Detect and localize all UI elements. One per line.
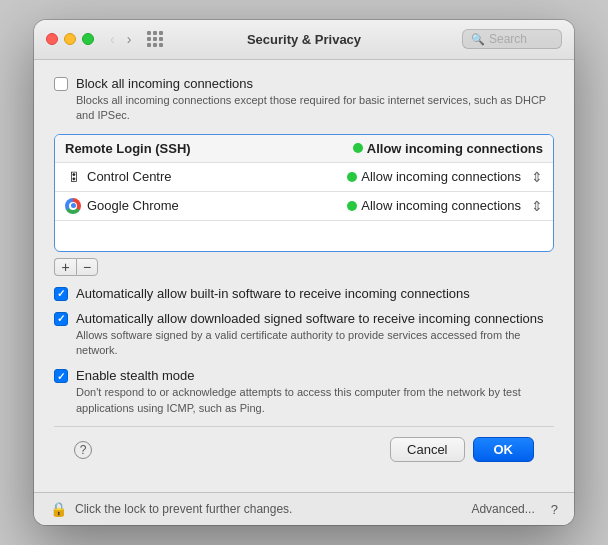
block-all-row: Block all incoming connections Blocks al… (54, 76, 554, 124)
block-all-label: Block all incoming connections (76, 76, 554, 91)
grid-dot (153, 37, 157, 41)
auto-builtin-text: Automatically allow built-in software to… (76, 286, 470, 301)
ssh-status: Allow incoming connections (353, 141, 543, 156)
block-all-sublabel: Blocks all incoming connections except t… (76, 93, 554, 124)
main-content: Block all incoming connections Blocks al… (34, 60, 574, 492)
advanced-button[interactable]: Advanced... (471, 502, 534, 516)
ssh-app-name: Remote Login (SSH) (65, 141, 353, 156)
window-footer: 🔒 Click the lock to prevent further chan… (34, 492, 574, 525)
control-centre-icon: 🎛 (65, 169, 81, 185)
minimize-button[interactable] (64, 33, 76, 45)
lock-icon[interactable]: 🔒 (50, 501, 67, 517)
back-arrow[interactable]: ‹ (106, 29, 119, 49)
dialog-footer: ? Cancel OK (54, 426, 554, 476)
auto-builtin-row: Automatically allow built-in software to… (54, 286, 554, 301)
cc-app-name: 🎛 Control Centre (65, 169, 347, 185)
traffic-lights (46, 33, 94, 45)
cc-stepper[interactable]: ⇕ (531, 169, 543, 185)
security-privacy-window: ‹ › Security & Privacy 🔍 Search Block al… (34, 20, 574, 525)
grid-dot (147, 31, 151, 35)
stealth-text: Enable stealth mode Don't respond to or … (76, 368, 554, 416)
auto-builtin-label: Automatically allow built-in software to… (76, 286, 470, 301)
grid-dot (147, 37, 151, 41)
grid-dot (147, 43, 151, 47)
lock-text: Click the lock to prevent further change… (75, 502, 463, 516)
window-title: Security & Privacy (247, 32, 361, 47)
firewall-row-cc[interactable]: 🎛 Control Centre Allow incoming connecti… (55, 163, 553, 192)
auto-signed-text: Automatically allow downloaded signed so… (76, 311, 554, 359)
auto-signed-row: Automatically allow downloaded signed so… (54, 311, 554, 359)
stealth-label: Enable stealth mode (76, 368, 554, 383)
block-all-checkbox[interactable] (54, 77, 68, 91)
cc-status-dot (347, 172, 357, 182)
search-icon: 🔍 (471, 33, 485, 46)
cc-status: Allow incoming connections ⇕ (347, 169, 543, 185)
forward-arrow[interactable]: › (123, 29, 136, 49)
table-controls: + − (54, 258, 554, 276)
stealth-sublabel: Don't respond to or acknowledge attempts… (76, 385, 554, 416)
firewall-row-chrome[interactable]: Google Chrome Allow incoming connections… (55, 192, 553, 221)
grid-dot (159, 31, 163, 35)
auto-signed-sublabel: Allows software signed by a valid certif… (76, 328, 554, 359)
auto-signed-label: Automatically allow downloaded signed so… (76, 311, 554, 326)
grid-dot (159, 43, 163, 47)
titlebar: ‹ › Security & Privacy 🔍 Search (34, 20, 574, 60)
chrome-stepper[interactable]: ⇕ (531, 198, 543, 214)
stealth-checkbox[interactable] (54, 369, 68, 383)
search-box[interactable]: 🔍 Search (462, 29, 562, 49)
footer-right-buttons: Cancel OK (390, 437, 534, 462)
ssh-status-dot (353, 143, 363, 153)
block-all-text: Block all incoming connections Blocks al… (76, 76, 554, 124)
grid-dot (159, 37, 163, 41)
app-grid-icon[interactable] (147, 31, 163, 47)
close-button[interactable] (46, 33, 58, 45)
chrome-label: Google Chrome (87, 198, 179, 213)
auto-builtin-checkbox[interactable] (54, 287, 68, 301)
stealth-row: Enable stealth mode Don't respond to or … (54, 368, 554, 416)
chrome-icon (65, 198, 81, 214)
chrome-app-name: Google Chrome (65, 198, 347, 214)
add-button[interactable]: + (54, 258, 76, 276)
maximize-button[interactable] (82, 33, 94, 45)
empty-row (55, 221, 553, 251)
chrome-status-label: Allow incoming connections (361, 198, 521, 213)
help-icon[interactable]: ? (551, 502, 558, 517)
cc-label: Control Centre (87, 169, 172, 184)
help-button[interactable]: ? (74, 441, 92, 459)
grid-dot (153, 43, 157, 47)
cc-status-label: Allow incoming connections (361, 169, 521, 184)
ssh-status-label: Allow incoming connections (367, 141, 543, 156)
firewall-row-ssh[interactable]: Remote Login (SSH) Allow incoming connec… (55, 135, 553, 163)
ssh-label: Remote Login (SSH) (65, 141, 191, 156)
cancel-button[interactable]: Cancel (390, 437, 464, 462)
chrome-status-dot (347, 201, 357, 211)
auto-signed-checkbox[interactable] (54, 312, 68, 326)
grid-dot (153, 31, 157, 35)
nav-arrows: ‹ › (106, 29, 135, 49)
firewall-table: Remote Login (SSH) Allow incoming connec… (54, 134, 554, 252)
ok-button[interactable]: OK (473, 437, 535, 462)
chrome-status: Allow incoming connections ⇕ (347, 198, 543, 214)
remove-button[interactable]: − (76, 258, 98, 276)
search-placeholder: Search (489, 32, 527, 46)
